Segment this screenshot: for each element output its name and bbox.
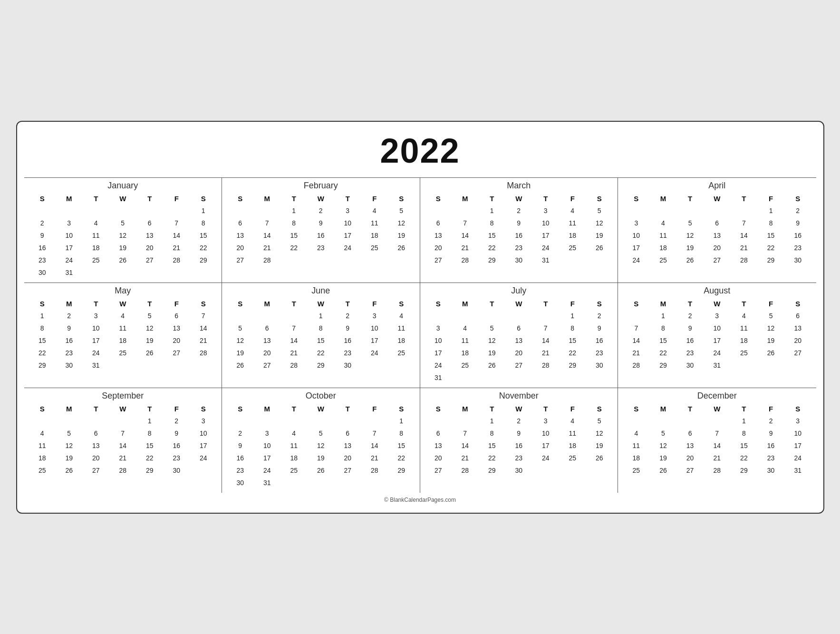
month-block-may: MaySMTWTFS123456789101112131415161718192… bbox=[24, 283, 222, 388]
day-cell-empty: . bbox=[280, 415, 308, 427]
month-block-october: OctoberSMTWTFS......12345678910111213141… bbox=[222, 388, 420, 493]
day-cell-empty: . bbox=[559, 464, 586, 477]
month-block-february: FebruarySMTWTFS..12345678910111213141516… bbox=[222, 178, 420, 283]
day-cell: 18 bbox=[280, 452, 308, 464]
day-header: T bbox=[83, 298, 110, 310]
day-cell: 12 bbox=[308, 439, 335, 452]
day-cell: 6 bbox=[425, 217, 452, 229]
day-cell: 16 bbox=[29, 242, 56, 254]
day-cell: 2 bbox=[334, 310, 361, 322]
day-cell: 4 bbox=[623, 427, 650, 439]
day-cell: 18 bbox=[109, 334, 136, 347]
day-cell: 5 bbox=[227, 322, 254, 334]
month-block-november: NovemberSMTWTFS..12345678910111213141516… bbox=[420, 388, 618, 493]
day-cell: 15 bbox=[650, 334, 677, 347]
day-cell: 12 bbox=[56, 439, 83, 452]
day-cell: 2 bbox=[757, 415, 784, 427]
day-cell: 21 bbox=[109, 452, 136, 464]
day-cell: 9 bbox=[227, 439, 254, 452]
day-cell: 30 bbox=[56, 359, 83, 371]
day-cell: 27 bbox=[83, 464, 110, 477]
day-header: M bbox=[650, 298, 677, 310]
day-cell: 31 bbox=[83, 359, 110, 371]
day-cell: 29 bbox=[479, 254, 506, 266]
day-cell: 6 bbox=[425, 427, 452, 439]
month-name: October bbox=[227, 391, 415, 401]
day-cell: 6 bbox=[136, 217, 164, 229]
day-cell: 24 bbox=[425, 359, 452, 371]
day-cell: 27 bbox=[136, 254, 164, 266]
day-cell: 4 bbox=[361, 205, 388, 217]
day-cell: 26 bbox=[308, 464, 335, 477]
month-name: March bbox=[425, 181, 613, 191]
day-cell: 24 bbox=[83, 347, 110, 359]
day-cell: 20 bbox=[425, 242, 452, 254]
day-cell: 13 bbox=[227, 229, 254, 242]
day-cell: 17 bbox=[425, 347, 452, 359]
day-cell: 12 bbox=[650, 439, 677, 452]
day-cell: 19 bbox=[586, 439, 613, 452]
day-header: T bbox=[280, 193, 308, 205]
day-cell-empty: . bbox=[452, 310, 479, 322]
day-cell: 26 bbox=[388, 242, 415, 254]
day-header: T bbox=[479, 403, 506, 415]
day-cell: 23 bbox=[505, 452, 532, 464]
day-cell: 7 bbox=[361, 427, 388, 439]
day-cell: 25 bbox=[559, 452, 586, 464]
day-cell: 31 bbox=[56, 266, 83, 279]
day-cell: 11 bbox=[29, 439, 56, 452]
day-cell: 6 bbox=[83, 427, 110, 439]
day-cell: 30 bbox=[334, 359, 361, 371]
day-cell: 15 bbox=[280, 229, 308, 242]
day-cell: 3 bbox=[425, 322, 452, 334]
day-cell: 31 bbox=[254, 477, 281, 489]
day-cell: 23 bbox=[227, 464, 254, 477]
day-cell: 27 bbox=[163, 347, 190, 359]
day-cell-empty: . bbox=[650, 415, 677, 427]
day-cell-empty: . bbox=[361, 359, 388, 371]
day-cell: 7 bbox=[532, 322, 560, 334]
day-cell: 17 bbox=[532, 229, 560, 242]
day-cell-empty: . bbox=[227, 415, 254, 427]
day-cell: 10 bbox=[83, 322, 110, 334]
month-name: August bbox=[623, 286, 811, 296]
day-cell: 11 bbox=[280, 439, 308, 452]
day-cell: 11 bbox=[559, 427, 586, 439]
day-header: S bbox=[227, 193, 254, 205]
day-cell: 3 bbox=[532, 415, 560, 427]
day-cell: 9 bbox=[29, 229, 56, 242]
day-cell: 30 bbox=[227, 477, 254, 489]
day-header: W bbox=[704, 298, 731, 310]
day-cell: 15 bbox=[559, 334, 586, 347]
day-cell: 30 bbox=[505, 254, 532, 266]
day-cell: 14 bbox=[280, 334, 308, 347]
day-cell: 20 bbox=[676, 452, 704, 464]
day-header: T bbox=[479, 298, 506, 310]
day-cell: 15 bbox=[29, 334, 56, 347]
day-cell: 9 bbox=[784, 217, 811, 229]
day-cell: 15 bbox=[479, 229, 506, 242]
day-cell: 27 bbox=[425, 254, 452, 266]
day-cell: 5 bbox=[676, 217, 704, 229]
day-header: F bbox=[559, 403, 586, 415]
day-cell: 26 bbox=[586, 242, 613, 254]
day-cell: 6 bbox=[676, 427, 704, 439]
day-cell: 10 bbox=[56, 229, 83, 242]
day-cell: 13 bbox=[425, 229, 452, 242]
day-cell: 8 bbox=[479, 427, 506, 439]
day-cell: 6 bbox=[704, 217, 731, 229]
day-cell: 17 bbox=[532, 439, 560, 452]
day-header: S bbox=[227, 403, 254, 415]
day-cell: 18 bbox=[559, 439, 586, 452]
day-header: T bbox=[731, 298, 758, 310]
day-cell: 20 bbox=[254, 347, 281, 359]
day-cell: 2 bbox=[676, 310, 704, 322]
day-cell-empty: . bbox=[425, 415, 452, 427]
day-cell-empty: . bbox=[731, 359, 758, 371]
day-header: W bbox=[308, 193, 335, 205]
day-cell: 1 bbox=[650, 310, 677, 322]
day-cell: 24 bbox=[334, 242, 361, 254]
day-header: F bbox=[559, 193, 586, 205]
day-cell-empty: . bbox=[452, 415, 479, 427]
day-cell: 18 bbox=[83, 242, 110, 254]
